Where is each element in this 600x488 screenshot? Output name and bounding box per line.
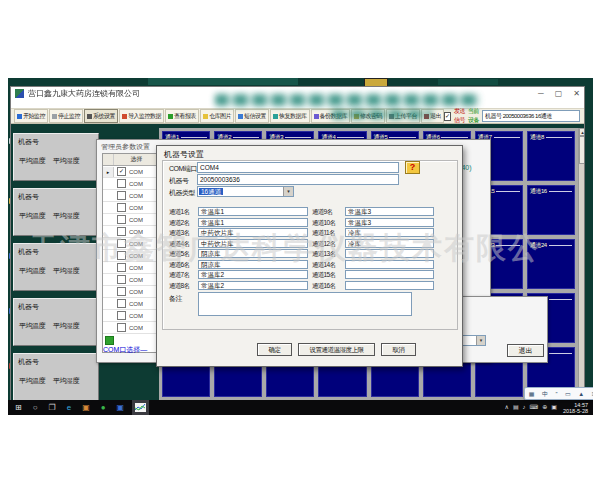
row-checkbox[interactable]: ✓ (117, 167, 126, 176)
toolbar-button[interactable]: 仓库图片 (200, 109, 234, 123)
ime-toolbar[interactable]: ▦中”▭▲≡ (524, 387, 593, 400)
search-icon[interactable]: ○ (33, 400, 38, 415)
chevron-down-icon[interactable]: ▾ (283, 187, 293, 196)
vertical-scrollbar[interactable]: ▴ ▾ (578, 128, 584, 400)
table-row: COM (103, 322, 159, 334)
note-textarea[interactable] (198, 292, 412, 316)
toolbar-button-icon (314, 114, 319, 119)
table-row: COM (103, 202, 159, 214)
channel-name-input[interactable]: 常温库1 (198, 218, 308, 227)
exit-button[interactable]: 退出 (507, 344, 544, 357)
row-checkbox[interactable] (117, 299, 126, 308)
row-checkbox[interactable] (117, 263, 126, 272)
toolbar-button[interactable]: 系统设置 (84, 109, 118, 123)
channel-name-input[interactable]: 常温库3 (345, 218, 434, 227)
maximize-icon[interactable]: ▢ (555, 87, 563, 100)
toolbar-button[interactable]: 停止监控 (49, 109, 83, 123)
ime-icon[interactable]: 中 (542, 389, 548, 399)
status-dot-icon (105, 336, 114, 345)
ime-icon[interactable]: ▲ (578, 389, 584, 399)
ime-icon[interactable]: ” (556, 389, 558, 399)
channel-name-input[interactable]: 常温库1 (198, 207, 308, 216)
com-port-input[interactable]: COM4 (197, 162, 399, 173)
minimize-icon[interactable]: ─ (538, 87, 544, 100)
start-icon[interactable]: ⊞ (15, 400, 22, 415)
chevron-down-icon[interactable]: ▾ (476, 336, 485, 345)
row-text: COM (129, 169, 143, 175)
channel-name-input[interactable] (345, 260, 434, 269)
ok-button[interactable]: 确定 (257, 343, 292, 356)
toolbar-button[interactable]: 短信设置 (235, 109, 269, 123)
toolbar-button[interactable]: 查看报表 (165, 109, 199, 123)
window-title: 营口鑫九康大药房连锁有限公司 (28, 88, 140, 99)
row-checkbox[interactable] (117, 227, 126, 236)
taskbar-clock[interactable]: 14:57 2018-5-28 (563, 402, 588, 414)
cancel-button[interactable]: 取消 (381, 343, 416, 356)
channel-name-label: 通道2名 (169, 219, 189, 228)
channel-name-label: 通道5名 (169, 250, 189, 259)
toolbar-button[interactable]: 开始监控 (14, 109, 48, 123)
channel-name-input[interactable]: 常温库2 (198, 270, 308, 279)
toolbar-button-icon (273, 114, 278, 119)
toolbar-button[interactable]: 恢复数据库 (270, 109, 310, 123)
ime-icon[interactable]: ≡ (592, 389, 593, 399)
task-view-icon[interactable]: ❐ (49, 400, 56, 415)
row-checkbox[interactable] (117, 179, 126, 188)
row-checkbox[interactable] (117, 323, 126, 332)
active-app-icon[interactable] (132, 400, 149, 415)
tray-icon[interactable]: ⌨ (530, 400, 539, 415)
channel-name-input[interactable] (345, 281, 434, 290)
row-checkbox[interactable] (117, 251, 126, 260)
set-limits-button[interactable]: 设置通道温湿度上限 (298, 343, 375, 356)
tray-icon[interactable]: ▣ (551, 400, 557, 415)
channel-name-input[interactable]: 常温库2 (198, 281, 308, 290)
channel-name-input[interactable]: 阴凉库 (198, 249, 308, 258)
channel-panel-header: 通道16 (530, 187, 572, 196)
scroll-up-icon[interactable]: ▴ (579, 128, 584, 136)
document-app-icon[interactable]: ▣ (117, 400, 125, 415)
channel-name-label: 通道6名 (169, 261, 189, 270)
tray-icon[interactable]: ▤ (513, 400, 519, 415)
row-checkbox[interactable] (117, 203, 126, 212)
redaction-blur (332, 110, 432, 119)
channel-name-label: 通道11名 (312, 229, 335, 238)
ime-icon[interactable]: ▭ (565, 389, 571, 399)
row-checkbox[interactable] (117, 191, 126, 200)
channel-name-label: 通道16名 (312, 282, 335, 291)
row-checkbox[interactable] (117, 287, 126, 296)
channel-name-input[interactable]: 阴凉库 (198, 260, 308, 269)
avg-hum-label: 平均湿度 (53, 211, 79, 221)
row-checkbox[interactable] (117, 275, 126, 284)
channel-panel-title: 通道16 (530, 187, 547, 196)
ime-icon[interactable]: ▦ (529, 389, 535, 399)
help-button[interactable]: ? (405, 161, 420, 174)
send-signal-checkbox[interactable]: ✓ (444, 112, 451, 121)
channel-name-input[interactable]: 中药饮片库 (198, 239, 308, 248)
row-checkbox[interactable] (117, 215, 126, 224)
row-checkbox[interactable] (117, 239, 126, 248)
channel-name-input[interactable]: 冷库 (345, 239, 434, 248)
machine-panel: 机器号平均温度平均湿度 (13, 133, 99, 181)
edge-icon[interactable]: e (67, 400, 71, 415)
channel-panel-title: 通道24 (530, 241, 547, 250)
channel-panel-title: 通道8 (530, 133, 544, 142)
channel-name-input[interactable]: 冷库 (345, 228, 434, 237)
photos-icon[interactable]: ▣ (82, 400, 90, 415)
scrollbar-thumb[interactable] (579, 136, 584, 164)
tray-icon[interactable]: ∧ (504, 400, 508, 415)
current-device-field[interactable]: 机器号 20050003636 16通道 (482, 110, 580, 122)
channel-name-input[interactable] (345, 249, 434, 258)
machine-type-label: 机器类型 (169, 188, 195, 198)
channel-name-input[interactable]: 中药饮片库 (198, 228, 308, 237)
machine-type-select[interactable]: 16通道 ▾ (197, 186, 294, 197)
machine-number-input[interactable]: 20050003636 (197, 174, 399, 185)
channel-name-input[interactable] (345, 270, 434, 279)
channel-panel-header: 通道24 (530, 241, 572, 250)
browser-icon[interactable]: ● (101, 400, 106, 415)
row-checkbox[interactable] (117, 311, 126, 320)
tray-icon[interactable]: ♪ (523, 400, 526, 415)
toolbar-button[interactable]: 导入监控数据 (119, 109, 164, 123)
channel-name-input[interactable]: 常温库3 (345, 207, 434, 216)
tray-icon[interactable]: ⊕ (542, 400, 547, 415)
close-icon[interactable]: ✕ (573, 87, 580, 100)
